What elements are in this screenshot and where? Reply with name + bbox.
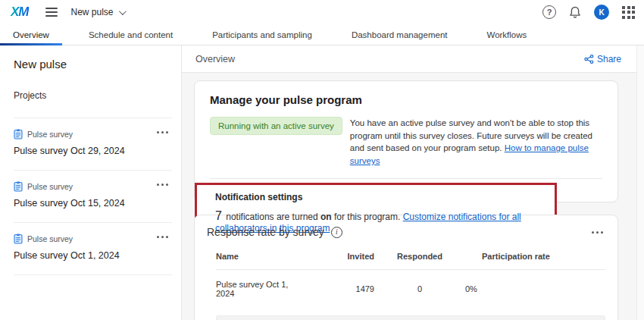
project-title: Pulse survey Oct 15, 2024 <box>14 198 172 209</box>
column-header-invited: Invited <box>299 252 374 270</box>
share-button-label: Share <box>597 54 621 64</box>
projects-section-label: Projects <box>0 90 181 101</box>
notification-text: notifications are turned <box>224 212 320 222</box>
pulse-survey-icon <box>14 181 23 192</box>
app-switcher-icon[interactable] <box>622 6 635 19</box>
project-type-label: Pulse survey <box>27 182 73 191</box>
project-title: Pulse survey Oct 29, 2024 <box>14 146 172 156</box>
scrollbar-track[interactable] <box>636 45 644 320</box>
response-rate-card: Response rate by survey i Name Invited R… <box>194 215 618 320</box>
notification-text: for this program. <box>332 212 403 222</box>
empty-row-placeholder <box>216 315 605 320</box>
pulse-survey-icon <box>14 129 23 140</box>
project-title: Pulse survey Oct 1, 2024 <box>14 250 172 261</box>
main-panel: Overview Share Manage your pulse program… <box>182 45 644 320</box>
project-options-icon[interactable] <box>155 129 170 136</box>
notification-on-state: on <box>320 212 332 222</box>
manage-card-title: Manage your pulse program <box>210 93 602 106</box>
response-rate-title: Response rate by survey <box>207 226 324 238</box>
main-header: Overview Share <box>182 45 644 73</box>
overview-content: Manage your pulse program Running with a… <box>182 73 644 320</box>
table-row-responded: 0 <box>374 275 465 304</box>
manage-pulse-program-card: Manage your pulse program Running with a… <box>194 80 618 202</box>
share-button[interactable]: Share <box>584 54 621 64</box>
top-bar: XM New pulse ? K <box>0 0 644 24</box>
help-icon[interactable]: ? <box>542 5 556 19</box>
notifications-bell-icon[interactable] <box>569 6 581 19</box>
sidebar-item-pulse-survey-oct-29[interactable]: Pulse survey Pulse survey Oct 29, 2024 <box>0 118 181 170</box>
column-header-name: Name <box>216 252 299 270</box>
projects-sidebar: New pulse Projects Pulse survey Pulse su… <box>0 45 182 320</box>
column-header-participation-rate: Participation rate <box>465 252 605 270</box>
project-options-icon[interactable] <box>155 234 170 240</box>
table-row-survey-name[interactable]: Pulse survey Oct 1, 2024 <box>216 270 299 309</box>
xm-logo[interactable]: XM <box>11 5 29 20</box>
project-switcher[interactable]: New pulse <box>71 7 124 17</box>
status-description: You have an active pulse survey and won'… <box>350 117 602 168</box>
divider <box>210 178 602 179</box>
table-row-participation-rate: 0% <box>465 275 605 304</box>
table-row-invited: 1479 <box>299 275 374 304</box>
project-switcher-label: New pulse <box>71 7 114 17</box>
sidebar-title: New pulse <box>0 58 181 71</box>
notification-count: 7 <box>215 209 222 222</box>
tab-schedule-and-content[interactable]: Schedule and content <box>76 24 186 45</box>
card-options-icon[interactable] <box>589 229 605 236</box>
status-badge: Running with an active survey <box>210 117 342 135</box>
project-type-label: Pulse survey <box>27 234 73 243</box>
chevron-down-icon <box>118 8 126 15</box>
user-avatar[interactable]: K <box>594 5 609 20</box>
info-icon[interactable]: i <box>331 227 342 238</box>
project-type-label: Pulse survey <box>27 130 73 139</box>
share-icon <box>584 55 594 64</box>
notification-settings-title: Notification settings <box>215 192 547 202</box>
response-rate-table: Name Invited Responded Participation rat… <box>216 252 605 320</box>
divider <box>14 275 172 275</box>
breadcrumb: Overview <box>195 54 235 64</box>
tab-participants-and-sampling[interactable]: Participants and sampling <box>199 24 325 45</box>
sidebar-item-pulse-survey-oct-1[interactable]: Pulse survey Pulse survey Oct 1, 2024 <box>0 223 181 275</box>
tab-workflows[interactable]: Workflows <box>474 24 539 45</box>
project-options-icon[interactable] <box>155 181 170 188</box>
column-header-responded: Responded <box>374 252 465 270</box>
project-tab-bar: Overview Schedule and content Participan… <box>0 24 644 45</box>
hamburger-menu-icon[interactable] <box>45 8 58 17</box>
tab-dashboard-management[interactable]: Dashboard management <box>339 24 461 45</box>
pulse-survey-icon <box>14 234 23 244</box>
tab-overview[interactable]: Overview <box>0 24 62 45</box>
sidebar-item-pulse-survey-oct-15[interactable]: Pulse survey Pulse survey Oct 15, 2024 <box>0 171 181 222</box>
